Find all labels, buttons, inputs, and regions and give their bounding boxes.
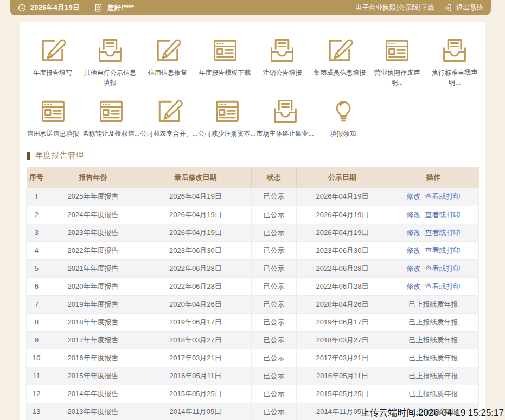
view-or-print-link[interactable]: 查看或打印 [425, 246, 461, 254]
edit-icon [38, 36, 67, 65]
column-header: 操作 [388, 167, 479, 188]
view-or-print-link[interactable]: 查看或打印 [425, 192, 461, 200]
cell-status: 已公示 [252, 259, 297, 277]
form-icon [213, 97, 242, 126]
cell-publish-date: 2020年04月26日 [296, 295, 388, 313]
table-row: 12025年年度报告2026年04月19日已公示2026年04月19日修改查看或… [27, 188, 479, 206]
cell-report-year: 2019年年度报告 [47, 295, 139, 313]
modify-link[interactable]: 修改 [407, 228, 421, 237]
table-row: 52021年年度报告2022年06月28日已公示2022年06月28日修改查看或… [27, 259, 479, 277]
shortcut-item[interactable]: 信用承诺信息填报 [24, 97, 82, 138]
license-download-link[interactable]: 电子营业执照(公示版)下载 [355, 3, 434, 12]
shortcut-item[interactable]: 执行标准自我声明... [426, 36, 483, 87]
cell-actions: 已上报纸质年报 [388, 367, 479, 385]
view-or-print-link[interactable]: 查看或打印 [425, 228, 461, 237]
cell-actions: 已上报纸质年报 [388, 349, 479, 367]
shortcut-item[interactable]: 其他自行公示信息填报 [81, 36, 139, 87]
cell-status: 已公示 [252, 277, 297, 295]
paper-annual-report-status: 已上报纸质年报 [409, 336, 458, 344]
cell-status: 已公示 [252, 349, 297, 367]
shortcut-label: 市场主体终止歇业... [257, 129, 314, 138]
table-row: 112015年年度报告2016年05月11日已公示2016年05月11日已上报纸… [27, 367, 479, 385]
cell-publish-date: 2018年03月27日 [296, 331, 388, 349]
paper-annual-report-status: 已上报纸质年报 [409, 354, 458, 362]
cell-publish-date: 2017年03月21日 [296, 349, 388, 367]
table-row: 62020年年度报告2022年06月28日已公示2022年06月28日修改查看或… [27, 277, 479, 295]
shortcut-item[interactable]: 名称转让及授权信... [82, 97, 140, 138]
cell-publish-date: 2026年04月19日 [296, 188, 388, 206]
table-row: 22024年年度报告2026年04月19日已公示2026年04月19日修改查看或… [27, 206, 479, 224]
view-or-print-link[interactable]: 查看或打印 [425, 211, 461, 219]
shortcut-item[interactable]: 市场主体终止歇业... [256, 97, 314, 138]
modify-link[interactable]: 修改 [407, 211, 421, 219]
cell-status: 已公示 [252, 241, 297, 259]
cell-publish-date: 2022年06月28日 [296, 277, 388, 295]
shortcut-label: 年度报告模板下载 [199, 68, 251, 78]
cell-modified-date: 2018年03月27日 [139, 331, 252, 349]
cell-status: 已公示 [252, 313, 297, 331]
modify-link[interactable]: 修改 [407, 246, 421, 254]
shortcut-label: 填报须知 [330, 129, 356, 138]
shortcut-item[interactable]: 公司和农专合并、... [140, 97, 198, 138]
shortcut-item[interactable]: 公司减少注册资本... [198, 97, 256, 138]
shortcut-label: 公司减少注册资本... [199, 129, 256, 138]
cell-status: 已公示 [252, 403, 297, 420]
section-bullet-icon [27, 152, 30, 160]
edit-icon [325, 36, 354, 65]
cell-serial: 10 [27, 349, 47, 367]
form-icon [382, 36, 412, 65]
shortcut-item[interactable]: 信用信息修复 [139, 36, 196, 78]
cell-serial: 5 [27, 259, 47, 277]
table-row: 32023年年度报告2026年04月19日已公示2026年04月19日修改查看或… [27, 224, 479, 241]
paper-annual-report-status: 已上报纸质年报 [409, 300, 458, 308]
logout-link[interactable]: 退出系统 [456, 3, 483, 12]
id-badge-icon [94, 3, 103, 12]
cell-publish-date: 2026年04月19日 [296, 224, 388, 241]
cell-publish-date: 2022年06月28日 [296, 259, 388, 277]
view-or-print-link[interactable]: 查看或打印 [425, 264, 461, 272]
table-row: 122014年年度报告2015年05月25日已公示2015年05月25日已上报纸… [27, 385, 479, 403]
view-or-print-link[interactable]: 查看或打印 [425, 282, 461, 290]
shortcut-item[interactable]: 填报须知 [314, 97, 372, 138]
cell-modified-date: 2022年06月28日 [139, 259, 252, 277]
modify-link[interactable]: 修改 [407, 282, 421, 290]
shortcut-item[interactable]: 年度报告填写 [24, 36, 81, 78]
table-row: 72019年年度报告2020年04月26日已公示2020年04月26日已上报纸质… [27, 295, 479, 313]
cell-report-year: 2017年年度报告 [47, 331, 139, 349]
section-title: 年度报告管理 [35, 151, 84, 161]
inbox-icon [271, 97, 300, 126]
cell-report-year: 2016年年度报告 [47, 349, 139, 367]
paper-annual-report-status: 已上报纸质年报 [409, 390, 458, 398]
table-row: 42022年年度报告2023年06月30日已公示2023年06月30日修改查看或… [27, 241, 479, 259]
shortcut-item[interactable]: 集团成员信息填报 [311, 36, 368, 78]
shortcut-label: 公司和农专合并、... [140, 129, 198, 138]
cell-modified-date: 2020年04月26日 [139, 295, 252, 313]
cell-modified-date: 2026年04月19日 [139, 206, 252, 224]
cell-publish-date: 2026年04月19日 [296, 206, 388, 224]
modify-link[interactable]: 修改 [407, 264, 421, 272]
shortcut-item[interactable]: 注销公告填报 [254, 36, 311, 78]
cell-serial: 3 [27, 224, 47, 241]
shortcut-label: 信用承诺信息填报 [27, 129, 79, 138]
cell-report-year: 2020年年度报告 [47, 277, 139, 295]
shortcut-item[interactable]: 营业执照作废声明... [368, 36, 426, 87]
top-bar: 2026年4月19日 您好!**** 电子营业执照(公示版)下载 退出系统 [10, 0, 491, 15]
cell-report-year: 2018年年度报告 [47, 313, 139, 331]
shortcut-label: 注销公告填报 [263, 68, 302, 78]
cell-modified-date: 2016年05月11日 [139, 367, 252, 385]
cell-actions: 修改查看或打印 [388, 206, 479, 224]
cell-serial: 1 [27, 188, 47, 206]
cell-modified-date: 2015年05月25日 [139, 385, 252, 403]
cell-report-year: 2013年年度报告 [47, 403, 139, 420]
modify-link[interactable]: 修改 [407, 192, 421, 200]
cell-serial: 8 [27, 313, 47, 331]
table-row: 82018年年度报告2019年06月17日已公示2019年06月17日已上报纸质… [27, 313, 479, 331]
cell-serial: 7 [27, 295, 47, 313]
cell-modified-date: 2019年06月17日 [139, 313, 252, 331]
cell-status: 已公示 [252, 331, 297, 349]
shortcut-item[interactable]: 年度报告模板下载 [196, 36, 254, 78]
section-header: 年度报告管理 [27, 151, 485, 161]
cell-report-year: 2022年年度报告 [47, 241, 139, 259]
cell-actions: 已上报纸质年报 [388, 331, 479, 349]
form-icon [97, 97, 126, 126]
